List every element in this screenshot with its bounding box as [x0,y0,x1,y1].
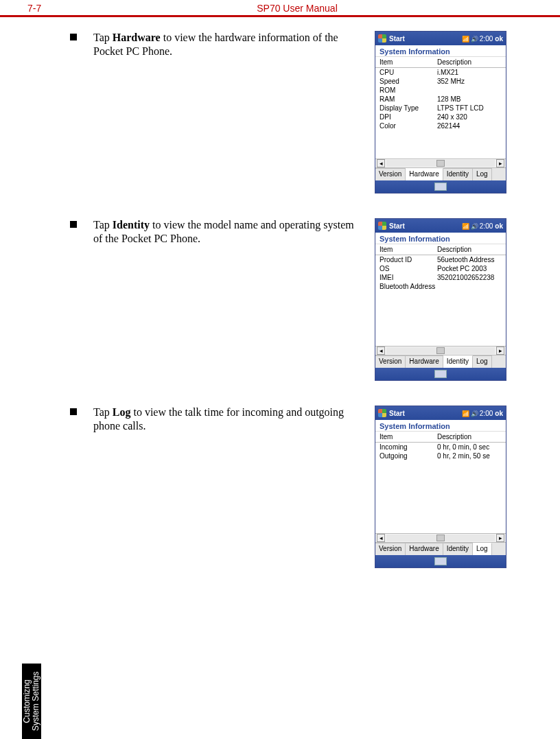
app-title: System Information [375,45,506,57]
ok-button[interactable]: ok [495,222,503,230]
status-icons: 2:00 ok [462,222,503,230]
instruction-text: Tap Hardware to view the hardware inform… [93,31,375,58]
tab-version[interactable]: Version [375,543,406,555]
start-bar: Start 2:00 ok [375,32,506,45]
side-tab-line: System Settings [31,672,40,731]
col-item: Item [375,433,437,441]
page-header: 7-7 SP70 User Manual [0,0,560,17]
ok-button[interactable]: ok [495,410,503,417]
page-number: 7-7 [27,3,62,14]
tab-hardware[interactable]: Hardware [406,168,443,180]
start-label[interactable]: Start [389,222,462,230]
hardware-table: CPUi.MX21 Speed352 MHz ROM RAM128 MB Dis… [375,68,506,159]
windows-flag-icon [378,409,386,417]
table-row: Incoming0 hr, 0 min, 0 sec [375,443,506,451]
tab-log[interactable]: Log [473,168,492,180]
table-row: DPI240 x 320 [375,113,506,121]
keyboard-icon[interactable] [434,183,447,191]
tab-hardware[interactable]: Hardware [406,543,443,555]
bottom-bar [375,555,506,567]
bullet-icon [70,221,77,228]
tab-identity[interactable]: Identity [443,355,473,368]
bullet-icon [70,34,77,40]
tab-version[interactable]: Version [375,168,406,180]
signal-icon [462,35,469,42]
ok-button[interactable]: ok [495,35,503,43]
start-bar: Start 2:00 ok [375,219,506,233]
text-bold: Hardware [113,32,161,43]
screenshot-identity: Start 2:00 ok System Information Item De… [375,218,506,381]
app-title: System Information [375,420,506,432]
table-row: Bluetooth Address [375,282,506,291]
text-bold: Identity [113,219,150,231]
table-row: ROM [375,86,506,95]
identity-table: Product ID56uetooth Address OSPocket PC … [375,255,506,346]
table-row: CPUi.MX21 [375,68,506,77]
table-header: Item Description [375,57,506,68]
col-desc: Description [437,433,506,441]
tab-bar: Version Hardware Identity Log [375,355,506,368]
start-label[interactable]: Start [389,35,462,43]
table-row: Speed352 MHz [375,77,506,86]
table-header: Item Description [375,244,506,255]
scroll-right-icon[interactable]: ▸ [496,159,504,167]
keyboard-icon[interactable] [434,557,447,565]
tab-log[interactable]: Log [473,543,492,555]
keyboard-icon[interactable] [434,370,447,378]
start-bar: Start 2:00 ok [375,406,506,420]
scroll-right-icon[interactable]: ▸ [496,534,504,542]
scroll-left-icon[interactable]: ◂ [377,159,385,167]
status-icons: 2:00 ok [462,35,503,43]
tab-identity[interactable]: Identity [443,168,473,180]
table-row: Color262144 [375,121,506,130]
table-row: Display TypeLTPS TFT LCD [375,104,506,113]
table-header: Item Description [375,432,506,443]
tab-hardware[interactable]: Hardware [406,355,443,368]
text-fragment: Tap [93,219,113,231]
signal-icon [462,222,469,229]
text-fragment: Tap [93,32,113,43]
table-row: Outgoing0 hr, 2 min, 50 se [375,451,506,460]
clock: 2:00 [480,35,493,43]
windows-flag-icon [378,222,386,230]
tab-version[interactable]: Version [375,355,406,368]
table-row: OSPocket PC 2003 [375,264,506,273]
scroll-left-icon[interactable]: ◂ [377,347,385,355]
col-desc: Description [437,58,506,66]
tab-identity[interactable]: Identity [443,543,473,555]
col-item: Item [375,246,437,253]
clock: 2:00 [480,222,493,230]
start-label[interactable]: Start [389,410,462,417]
horizontal-scrollbar[interactable]: ◂ ▸ [375,346,506,355]
scroll-right-icon[interactable]: ▸ [496,347,504,355]
col-item: Item [375,58,437,66]
text-fragment: Tap [93,406,113,418]
horizontal-scrollbar[interactable]: ◂ ▸ [375,533,506,543]
page-content: Tap Hardware to view the hardware inform… [0,17,560,568]
clock: 2:00 [480,410,493,417]
bottom-bar [375,368,506,380]
table-row: IMEI352021002652238 [375,273,506,282]
table-row: Product ID56uetooth Address [375,255,506,264]
horizontal-scrollbar[interactable]: ◂ ▸ [375,159,506,168]
text-bold: Log [113,406,131,418]
speaker-icon [471,410,478,417]
bullet-icon [70,408,77,415]
manual-title: SP70 User Manual [62,3,533,14]
speaker-icon [471,35,478,42]
log-table: Incoming0 hr, 0 min, 0 sec Outgoing0 hr,… [375,443,506,533]
instruction-item-identity: Tap Identity to view the model name and … [62,218,533,381]
instruction-item-log: Tap Log to view the talk time for incomi… [62,406,533,568]
scroll-left-icon[interactable]: ◂ [377,534,385,542]
instruction-text: Tap Identity to view the model name and … [93,218,375,246]
tab-bar: Version Hardware Identity Log [375,168,506,180]
tab-log[interactable]: Log [473,355,492,368]
table-row: RAM128 MB [375,95,506,104]
text-fragment: to view the talk time for incoming and o… [93,406,344,432]
screenshot-log: Start 2:00 ok System Information Item De… [375,406,506,568]
device-frame: Start 2:00 ok System Information Item De… [375,406,506,568]
side-tab-line: Customizng [22,679,32,723]
speaker-icon [471,222,478,229]
chapter-side-tab: Customizng System Settings [22,664,41,739]
app-title: System Information [375,233,506,244]
